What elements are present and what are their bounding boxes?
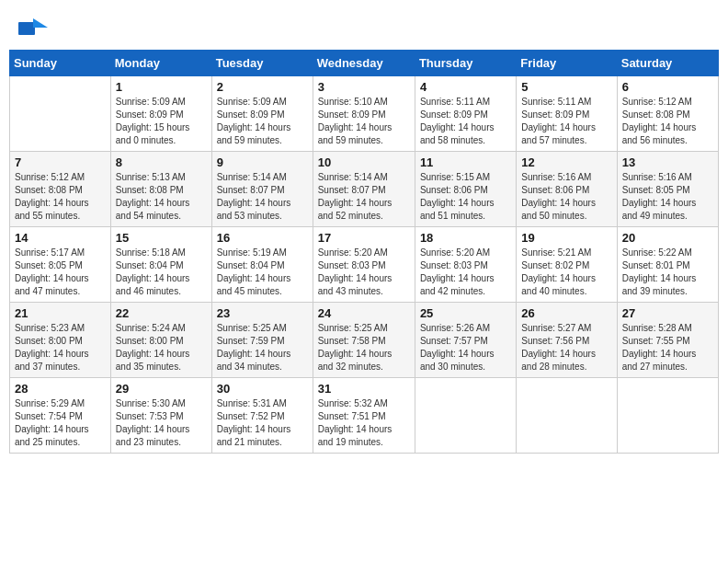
day-info: Sunrise: 5:32 AM Sunset: 7:51 PM Dayligh…: [318, 397, 410, 449]
day-number: 2: [217, 80, 308, 94]
day-info: Sunrise: 5:27 AM Sunset: 7:56 PM Dayligh…: [521, 322, 611, 373]
table-row: 30Sunrise: 5:31 AM Sunset: 7:52 PM Dayli…: [211, 378, 313, 454]
table-row: 10Sunrise: 5:14 AM Sunset: 8:07 PM Dayli…: [313, 152, 415, 227]
day-info: Sunrise: 5:17 AM Sunset: 8:05 PM Dayligh…: [15, 247, 106, 298]
calendar-header-row: Sunday Monday Tuesday Wednesday Thursday…: [10, 51, 719, 76]
table-row: 23Sunrise: 5:25 AM Sunset: 7:59 PM Dayli…: [211, 303, 313, 378]
table-row: 8Sunrise: 5:13 AM Sunset: 8:08 PM Daylig…: [110, 152, 211, 227]
table-row: 1Sunrise: 5:09 AM Sunset: 8:09 PM Daylig…: [110, 76, 211, 152]
day-number: 19: [521, 231, 611, 245]
day-info: Sunrise: 5:12 AM Sunset: 8:08 PM Dayligh…: [622, 96, 713, 147]
day-number: 29: [116, 382, 207, 396]
table-row: 17Sunrise: 5:20 AM Sunset: 8:03 PM Dayli…: [313, 227, 415, 303]
table-row: 25Sunrise: 5:26 AM Sunset: 7:57 PM Dayli…: [415, 303, 516, 378]
table-row: 2Sunrise: 5:09 AM Sunset: 8:09 PM Daylig…: [211, 76, 313, 152]
col-friday: Friday: [517, 51, 617, 76]
day-info: Sunrise: 5:25 AM Sunset: 7:58 PM Dayligh…: [318, 322, 410, 373]
day-info: Sunrise: 5:16 AM Sunset: 8:06 PM Dayligh…: [521, 171, 611, 223]
table-row: 13Sunrise: 5:16 AM Sunset: 8:05 PM Dayli…: [617, 152, 718, 227]
day-info: Sunrise: 5:13 AM Sunset: 8:08 PM Dayligh…: [116, 171, 207, 223]
day-number: 25: [420, 306, 511, 320]
day-number: 1: [116, 80, 207, 94]
table-row: 19Sunrise: 5:21 AM Sunset: 8:02 PM Dayli…: [517, 227, 617, 303]
table-row: 16Sunrise: 5:19 AM Sunset: 8:04 PM Dayli…: [211, 227, 313, 303]
day-number: 14: [15, 231, 106, 245]
day-info: Sunrise: 5:20 AM Sunset: 8:03 PM Dayligh…: [420, 247, 511, 298]
day-info: Sunrise: 5:09 AM Sunset: 8:09 PM Dayligh…: [217, 96, 308, 147]
calendar-table: Sunday Monday Tuesday Wednesday Thursday…: [9, 50, 719, 454]
table-row: [10, 76, 111, 152]
day-info: Sunrise: 5:18 AM Sunset: 8:04 PM Dayligh…: [116, 247, 207, 298]
day-number: 23: [217, 306, 308, 320]
day-info: Sunrise: 5:24 AM Sunset: 8:00 PM Dayligh…: [116, 322, 207, 373]
table-row: 6Sunrise: 5:12 AM Sunset: 8:08 PM Daylig…: [617, 76, 718, 152]
day-info: Sunrise: 5:28 AM Sunset: 7:55 PM Dayligh…: [622, 322, 713, 373]
day-info: Sunrise: 5:16 AM Sunset: 8:05 PM Dayligh…: [622, 171, 713, 223]
col-thursday: Thursday: [415, 51, 516, 76]
calendar-week-row: 28Sunrise: 5:29 AM Sunset: 7:54 PM Dayli…: [10, 378, 719, 454]
day-info: Sunrise: 5:14 AM Sunset: 8:07 PM Dayligh…: [318, 171, 410, 223]
day-number: 20: [622, 231, 713, 245]
table-row: 28Sunrise: 5:29 AM Sunset: 7:54 PM Dayli…: [10, 378, 111, 454]
day-info: Sunrise: 5:19 AM Sunset: 8:04 PM Dayligh…: [217, 247, 308, 298]
day-number: 16: [217, 231, 308, 245]
day-info: Sunrise: 5:09 AM Sunset: 8:09 PM Dayligh…: [116, 96, 207, 147]
day-info: Sunrise: 5:10 AM Sunset: 8:09 PM Dayligh…: [318, 96, 410, 147]
calendar-week-row: 7Sunrise: 5:12 AM Sunset: 8:08 PM Daylig…: [10, 152, 719, 227]
table-row: [415, 378, 516, 454]
calendar-week-row: 14Sunrise: 5:17 AM Sunset: 8:05 PM Dayli…: [10, 227, 719, 303]
day-number: 3: [318, 80, 410, 94]
calendar-week-row: 21Sunrise: 5:23 AM Sunset: 8:00 PM Dayli…: [10, 303, 719, 378]
svg-marker-1: [33, 18, 48, 28]
table-row: 18Sunrise: 5:20 AM Sunset: 8:03 PM Dayli…: [415, 227, 516, 303]
day-number: 13: [622, 155, 713, 169]
day-number: 7: [15, 155, 106, 169]
table-row: 21Sunrise: 5:23 AM Sunset: 8:00 PM Dayli…: [10, 303, 111, 378]
table-row: 26Sunrise: 5:27 AM Sunset: 7:56 PM Dayli…: [517, 303, 617, 378]
day-info: Sunrise: 5:12 AM Sunset: 8:08 PM Dayligh…: [15, 171, 106, 223]
day-info: Sunrise: 5:15 AM Sunset: 8:06 PM Dayligh…: [420, 171, 511, 223]
svg-rect-0: [18, 22, 35, 35]
day-info: Sunrise: 5:11 AM Sunset: 8:09 PM Dayligh…: [420, 96, 511, 147]
day-number: 28: [15, 382, 106, 396]
day-info: Sunrise: 5:23 AM Sunset: 8:00 PM Dayligh…: [15, 322, 106, 373]
col-saturday: Saturday: [617, 51, 718, 76]
day-number: 17: [318, 231, 410, 245]
col-monday: Monday: [110, 51, 211, 76]
day-number: 11: [420, 155, 511, 169]
day-number: 5: [521, 80, 611, 94]
page-header: [9, 9, 719, 45]
col-wednesday: Wednesday: [313, 51, 415, 76]
table-row: 5Sunrise: 5:11 AM Sunset: 8:09 PM Daylig…: [517, 76, 617, 152]
logo: [18, 18, 48, 40]
day-info: Sunrise: 5:14 AM Sunset: 8:07 PM Dayligh…: [217, 171, 308, 223]
table-row: 24Sunrise: 5:25 AM Sunset: 7:58 PM Dayli…: [313, 303, 415, 378]
table-row: 29Sunrise: 5:30 AM Sunset: 7:53 PM Dayli…: [110, 378, 211, 454]
table-row: 27Sunrise: 5:28 AM Sunset: 7:55 PM Dayli…: [617, 303, 718, 378]
day-number: 31: [318, 382, 410, 396]
day-number: 24: [318, 306, 410, 320]
day-number: 6: [622, 80, 713, 94]
day-number: 12: [521, 155, 611, 169]
day-number: 10: [318, 155, 410, 169]
day-number: 27: [622, 306, 713, 320]
table-row: 3Sunrise: 5:10 AM Sunset: 8:09 PM Daylig…: [313, 76, 415, 152]
table-row: 12Sunrise: 5:16 AM Sunset: 8:06 PM Dayli…: [517, 152, 617, 227]
table-row: 14Sunrise: 5:17 AM Sunset: 8:05 PM Dayli…: [10, 227, 111, 303]
day-number: 4: [420, 80, 511, 94]
day-info: Sunrise: 5:20 AM Sunset: 8:03 PM Dayligh…: [318, 247, 410, 298]
day-number: 15: [116, 231, 207, 245]
logo-icon: [18, 18, 48, 39]
day-info: Sunrise: 5:29 AM Sunset: 7:54 PM Dayligh…: [15, 397, 106, 449]
day-info: Sunrise: 5:25 AM Sunset: 7:59 PM Dayligh…: [217, 322, 308, 373]
table-row: 20Sunrise: 5:22 AM Sunset: 8:01 PM Dayli…: [617, 227, 718, 303]
table-row: 7Sunrise: 5:12 AM Sunset: 8:08 PM Daylig…: [10, 152, 111, 227]
day-info: Sunrise: 5:11 AM Sunset: 8:09 PM Dayligh…: [521, 96, 611, 147]
col-tuesday: Tuesday: [211, 51, 313, 76]
table-row: [617, 378, 718, 454]
day-number: 8: [116, 155, 207, 169]
day-info: Sunrise: 5:22 AM Sunset: 8:01 PM Dayligh…: [622, 247, 713, 298]
day-info: Sunrise: 5:30 AM Sunset: 7:53 PM Dayligh…: [116, 397, 207, 449]
table-row: 9Sunrise: 5:14 AM Sunset: 8:07 PM Daylig…: [211, 152, 313, 227]
table-row: 22Sunrise: 5:24 AM Sunset: 8:00 PM Dayli…: [110, 303, 211, 378]
